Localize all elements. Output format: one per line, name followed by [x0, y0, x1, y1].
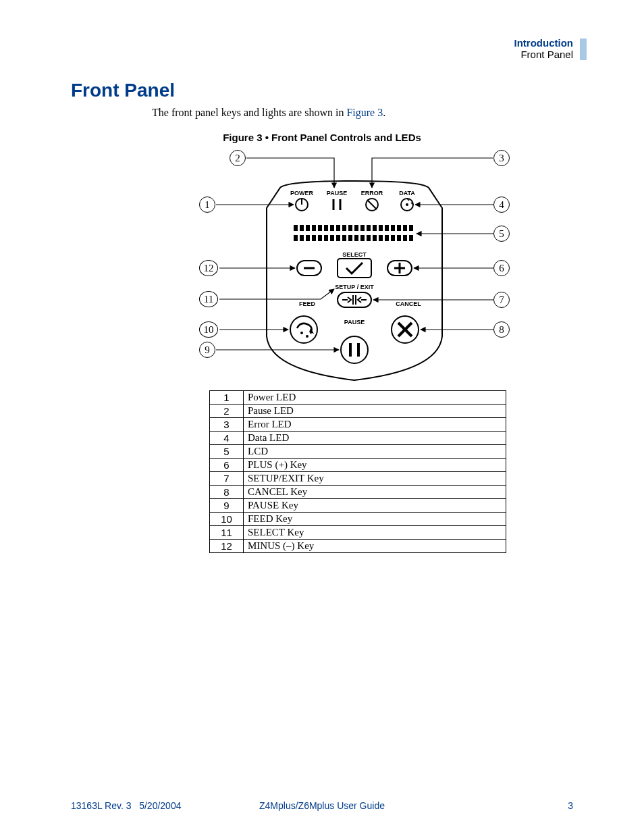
legend-desc: CANCEL Key	[244, 486, 506, 499]
svg-rect-20	[360, 225, 365, 231]
svg-rect-46	[397, 235, 401, 241]
callout-9: 9	[199, 342, 215, 358]
power-led-icon	[296, 199, 308, 211]
legend-desc: FEED Key	[244, 513, 506, 526]
svg-rect-9	[294, 225, 298, 231]
svg-rect-45	[391, 235, 395, 241]
table-row: 12MINUS (–) Key	[210, 540, 506, 553]
table-row: 7SETUP/EXIT Key	[210, 472, 506, 486]
svg-rect-38	[348, 235, 352, 241]
table-row: 8CANCEL Key	[210, 486, 506, 499]
header-accent-bar	[580, 38, 587, 60]
legend-num: 5	[210, 445, 244, 459]
legend-num: 10	[210, 513, 244, 526]
legend-num: 1	[210, 391, 244, 405]
svg-rect-40	[360, 235, 365, 241]
legend-desc: Pause LED	[244, 405, 506, 418]
svg-rect-18	[348, 225, 352, 231]
table-row: 5LCD	[210, 445, 506, 459]
intro-text-prefix: The front panel keys and lights are show…	[152, 107, 346, 118]
svg-rect-12	[312, 225, 316, 231]
legend-desc: PLUS (+) Key	[244, 459, 506, 472]
callout-7: 7	[493, 292, 510, 308]
svg-rect-25	[391, 225, 395, 231]
intro-paragraph: The front panel keys and lights are show…	[152, 107, 385, 119]
svg-rect-32	[312, 235, 316, 241]
table-row: 11SELECT Key	[210, 526, 506, 540]
svg-rect-41	[367, 235, 371, 241]
svg-rect-48	[409, 235, 413, 241]
svg-rect-34	[324, 235, 328, 241]
legend-desc: MINUS (–) Key	[244, 540, 506, 553]
svg-rect-14	[324, 225, 328, 231]
label-error: ERROR	[361, 190, 383, 197]
legend-num: 11	[210, 526, 244, 540]
svg-rect-16	[336, 225, 340, 231]
feed-key-icon	[290, 316, 317, 343]
label-feed: FEED	[299, 301, 316, 307]
legend-desc: SETUP/EXIT Key	[244, 472, 506, 486]
svg-rect-51	[338, 259, 371, 278]
figure-caption: Figure 3 • Front Panel Controls and LEDs	[0, 132, 644, 143]
label-pause-key: PAUSE	[344, 319, 365, 325]
callout-8: 8	[493, 321, 510, 338]
callout-4: 4	[493, 197, 510, 213]
page-header: Introduction Front Panel	[514, 37, 573, 60]
svg-point-59	[300, 332, 303, 334]
legend-desc: PAUSE Key	[244, 499, 506, 513]
diagram-svg: POWER PAUSE ERROR DATA	[199, 147, 510, 384]
table-row: 1Power LED	[210, 391, 506, 405]
svg-rect-13	[318, 225, 322, 231]
header-section: Front Panel	[514, 49, 573, 60]
svg-point-7	[406, 203, 408, 206]
legend-num: 2	[210, 405, 244, 418]
legend-num: 7	[210, 472, 244, 486]
svg-rect-21	[367, 225, 371, 231]
svg-rect-22	[373, 225, 377, 231]
table-row: 2Pause LED	[210, 405, 506, 418]
figure-reference-link[interactable]: Figure 3	[346, 107, 383, 118]
svg-rect-10	[300, 225, 304, 231]
svg-rect-24	[385, 225, 389, 231]
front-panel-diagram: POWER PAUSE ERROR DATA	[199, 147, 510, 384]
lcd-display	[294, 225, 415, 241]
callout-2: 2	[230, 150, 246, 166]
select-key-icon	[338, 259, 371, 278]
svg-point-60	[306, 335, 308, 338]
legend-desc: Power LED	[244, 391, 506, 405]
callout-6: 6	[493, 260, 510, 276]
svg-line-5	[367, 200, 377, 209]
legend-num: 12	[210, 540, 244, 553]
legend-num: 6	[210, 459, 244, 472]
setup-exit-key-icon	[338, 292, 371, 307]
callout-1: 1	[199, 197, 215, 213]
legend-table: 1Power LED 2Pause LED 3Error LED 4Data L…	[209, 390, 506, 553]
svg-rect-33	[318, 235, 322, 241]
label-select: SELECT	[342, 251, 367, 258]
error-led-icon	[366, 199, 378, 211]
svg-rect-43	[379, 235, 383, 241]
plus-key-icon	[387, 261, 412, 276]
svg-rect-42	[373, 235, 377, 241]
data-led-icon	[401, 199, 413, 211]
svg-rect-47	[403, 235, 407, 241]
footer-page-number: 3	[568, 800, 573, 811]
svg-point-58	[290, 316, 317, 343]
svg-rect-19	[354, 225, 358, 231]
legend-desc: Error LED	[244, 418, 506, 432]
legend-num: 9	[210, 499, 244, 513]
callout-3: 3	[493, 150, 510, 166]
legend-desc: LCD	[244, 445, 506, 459]
svg-rect-15	[330, 225, 334, 231]
legend-num: 3	[210, 418, 244, 432]
table-row: 4Data LED	[210, 432, 506, 445]
svg-rect-26	[397, 225, 401, 231]
svg-rect-11	[306, 225, 310, 231]
callout-11: 11	[199, 291, 218, 307]
svg-rect-28	[409, 225, 413, 231]
label-power: POWER	[290, 190, 314, 197]
svg-rect-30	[300, 235, 304, 241]
footer-doc-title: Z4Mplus/Z6Mplus User Guide	[71, 800, 573, 811]
callout-5: 5	[493, 226, 510, 242]
table-row: 9PAUSE Key	[210, 499, 506, 513]
